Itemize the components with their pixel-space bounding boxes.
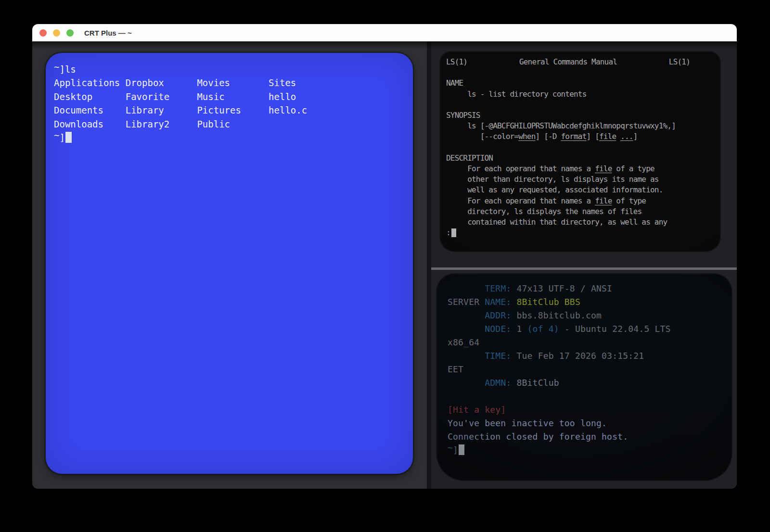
pager-prompt-line: :: [446, 228, 690, 238]
terminal-window: CRT Plus — ~ ~]ls ApplicationsDropboxMov…: [32, 24, 737, 489]
shell-prompt-line: ~]: [54, 131, 406, 144]
man-header-right: LS(1): [669, 57, 690, 67]
bbs-terminal-screen[interactable]: TERM: 47x13 UTF-8 / ANSISERVER NAME: 8Bi…: [437, 274, 732, 480]
man-header-left: LS(1): [446, 57, 467, 67]
window-title: CRT Plus — ~: [84, 29, 132, 37]
text-cursor: [65, 132, 72, 143]
man-header-center: General Commands Manual: [519, 57, 617, 67]
man-page-content: LS(1) General Commands Manual LS(1) NAME…: [446, 57, 690, 238]
terminal-content-area: ~]ls ApplicationsDropboxMoviesSitesDeskt…: [32, 41, 737, 489]
shell-command-line: ~]ls: [54, 63, 406, 76]
pane-divider-horizontal[interactable]: [431, 267, 737, 270]
pager-prompt: :: [446, 228, 450, 237]
man-page-screen[interactable]: LS(1) General Commands Manual LS(1) NAME…: [440, 52, 720, 251]
window-controls: [32, 29, 74, 37]
prompt-tilde: ~: [448, 443, 453, 453]
man-page-body: NAME ls - list directory contents SYNOPS…: [446, 67, 690, 228]
prompt-tilde: ~: [54, 130, 59, 140]
minimize-button[interactable]: [53, 29, 60, 37]
desktop-background: CRT Plus — ~ ~]ls ApplicationsDropboxMov…: [0, 0, 770, 532]
bbs-prompt-line: ~]: [448, 443, 732, 457]
close-button[interactable]: [39, 29, 47, 37]
maximize-button[interactable]: [66, 29, 74, 37]
prompt-bracket: ]: [453, 445, 458, 455]
file-listing: ApplicationsDropboxMoviesSitesDesktopFav…: [54, 76, 406, 131]
bbs-cursor: [459, 444, 464, 455]
prompt-bracket: ]: [59, 132, 64, 143]
pager-cursor: [451, 228, 456, 237]
prompt-command: ]ls: [59, 64, 76, 75]
pane-divider-vertical[interactable]: [427, 41, 431, 489]
shell-terminal-screen[interactable]: ~]ls ApplicationsDropboxMoviesSitesDeskt…: [46, 53, 413, 474]
bbs-session-output: TERM: 47x13 UTF-8 / ANSISERVER NAME: 8Bi…: [448, 282, 732, 443]
prompt-tilde: ~: [54, 62, 59, 72]
window-titlebar[interactable]: CRT Plus — ~: [32, 24, 737, 41]
man-page-header: LS(1) General Commands Manual LS(1): [446, 57, 690, 67]
